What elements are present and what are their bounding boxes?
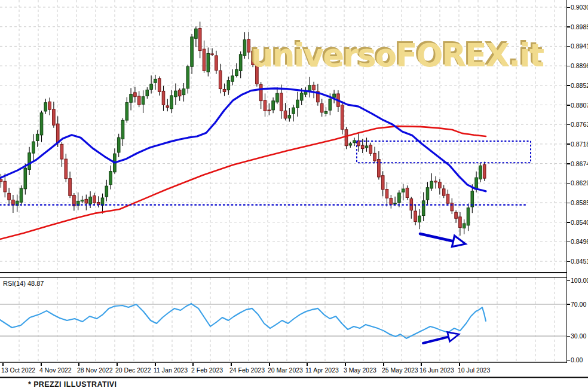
date-tick xyxy=(78,363,79,366)
date-tick xyxy=(459,363,460,366)
price-axis-label: 0.87630 xyxy=(571,121,588,128)
rsi-indicator-label: RSI(14) 48.87 xyxy=(3,280,44,287)
price-axis-label-tick xyxy=(567,124,570,126)
watermark: universoFOREX.it xyxy=(251,37,543,74)
price-axis-label: 0.90300 xyxy=(571,4,588,11)
rsi-axis-label: 70.00 xyxy=(571,301,586,308)
date-tick xyxy=(307,363,308,366)
date-label: 20 Dec 2022 xyxy=(115,366,151,374)
rsi-axis-label: 100.00 xyxy=(571,277,588,284)
price-axis-label-tick xyxy=(567,7,570,8)
price-axis-label-tick xyxy=(567,26,570,28)
date-tick xyxy=(421,363,422,366)
footer-note: * PREZZI ILLUSTRATIVI xyxy=(28,380,117,389)
date-tick xyxy=(192,363,194,366)
date-label: 16 Jun 2023 xyxy=(419,366,454,374)
date-label: 4 Nov 2022 xyxy=(39,366,72,374)
price-axis-label: 0.87185 xyxy=(571,140,588,148)
rsi-axis-label-tick xyxy=(567,336,570,337)
date-label: 10 Jul 2023 xyxy=(458,366,490,374)
price-axis-label-tick xyxy=(567,66,570,67)
price-axis-label-tick xyxy=(567,85,570,86)
rsi-axis-label-tick xyxy=(567,280,570,282)
rsi-panel[interactable] xyxy=(0,277,566,363)
price-axis[interactable]: 0.903000.898550.894100.889650.885200.880… xyxy=(566,0,588,363)
trend-arrow-rsi[interactable] xyxy=(423,332,459,344)
price-axis-label: 0.89410 xyxy=(571,42,588,50)
price-axis-label: 0.85405 xyxy=(571,219,588,226)
date-label: 3 May 2023 xyxy=(344,366,376,374)
price-axis-label: 0.85850 xyxy=(571,199,588,206)
date-tick xyxy=(155,363,156,366)
price-axis-label: 0.88075 xyxy=(571,102,588,109)
rsi-axis-label: 30.00 xyxy=(571,332,586,340)
price-axis-label-tick xyxy=(567,203,570,204)
price-axis-label-tick xyxy=(567,222,570,223)
date-label: 11 Jan 2023 xyxy=(154,366,188,374)
date-label: 11 Apr 2023 xyxy=(305,366,339,374)
date-label: 20 Mar 2023 xyxy=(268,366,303,374)
date-tick xyxy=(231,363,232,366)
date-tick xyxy=(41,363,42,366)
price-axis-label-tick xyxy=(567,242,570,243)
date-tick xyxy=(269,363,270,366)
date-label: 2 Feb 2023 xyxy=(191,366,223,374)
date-tick xyxy=(383,363,384,366)
price-axis-label: 0.89855 xyxy=(571,23,588,30)
price-axis-label: 0.88965 xyxy=(571,62,588,69)
rsi-axis-label-tick xyxy=(567,360,570,361)
price-axis-label-tick xyxy=(567,46,570,47)
price-axis-label-tick xyxy=(567,183,570,184)
price-axis-label-tick xyxy=(567,163,570,164)
chart-window: universoFOREX.it RSI(14) 48.87 0.903000.… xyxy=(0,0,588,391)
date-axis[interactable]: 13 Oct 20224 Nov 202228 Nov 202220 Dec 2… xyxy=(0,363,566,377)
resistance-dotted-box[interactable] xyxy=(357,141,531,163)
rsi-grid xyxy=(19,277,555,362)
price-axis-label: 0.84960 xyxy=(571,238,588,245)
price-axis-label: 0.86740 xyxy=(571,160,588,167)
ma-fast-blue xyxy=(0,88,486,191)
price-axis-label: 0.86295 xyxy=(571,179,588,187)
rsi-axis-label-tick xyxy=(567,304,570,305)
rsi-axis-label: 0.00 xyxy=(571,356,583,363)
rsi-line xyxy=(0,304,486,338)
date-tick xyxy=(345,363,346,366)
price-axis-label-tick xyxy=(567,143,570,145)
date-label: 25 May 2023 xyxy=(382,366,418,374)
date-tick xyxy=(2,363,4,366)
date-label: 24 Feb 2023 xyxy=(229,366,265,374)
price-axis-label: 0.88520 xyxy=(571,82,588,89)
date-label: 28 Nov 2022 xyxy=(77,366,113,374)
footer-bar: * PREZZI ILLUSTRATIVI xyxy=(0,377,588,391)
price-axis-label: 0.84515 xyxy=(571,258,588,265)
date-tick xyxy=(117,363,118,366)
price-axis-label-tick xyxy=(567,261,570,262)
date-label: 13 Oct 2022 xyxy=(1,366,35,374)
price-axis-label-tick xyxy=(567,105,570,106)
